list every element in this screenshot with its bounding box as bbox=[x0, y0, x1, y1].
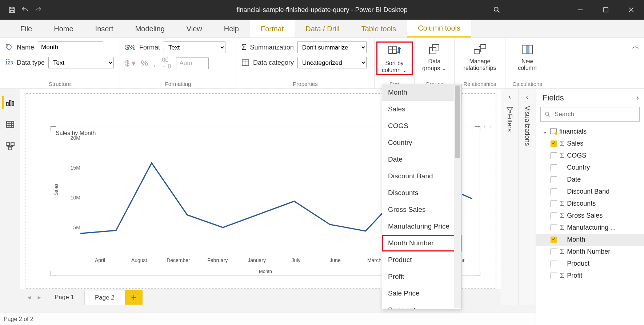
save-icon[interactable] bbox=[7, 4, 17, 15]
collapse-ribbon-icon[interactable]: ︿ bbox=[632, 41, 640, 52]
sort-menu-item[interactable]: Segment bbox=[382, 302, 461, 309]
report-view-button[interactable] bbox=[2, 96, 15, 109]
sort-menu-item[interactable]: Country bbox=[382, 134, 461, 151]
checkbox[interactable] bbox=[551, 213, 557, 219]
close-button[interactable] bbox=[619, 0, 644, 20]
undo-icon[interactable] bbox=[20, 4, 31, 15]
sort-menu-item[interactable]: Gross Sales bbox=[382, 201, 461, 218]
tab-tabletools[interactable]: Table tools bbox=[351, 20, 407, 37]
field-item[interactable]: ΣProfit bbox=[536, 270, 644, 282]
sort-menu-item[interactable]: Sales bbox=[382, 101, 461, 118]
decimals-btn[interactable]: .00→.0 bbox=[160, 57, 171, 70]
tab-datadrill[interactable]: Data / Drill bbox=[295, 20, 350, 37]
model-view-button[interactable] bbox=[4, 140, 17, 153]
manage-relationships-button[interactable]: Managerelationships bbox=[460, 41, 500, 71]
fields-search[interactable] bbox=[540, 107, 640, 122]
field-item[interactable]: ΣProduct bbox=[536, 258, 644, 270]
resize-handle-icon[interactable] bbox=[475, 126, 480, 131]
sort-menu-item[interactable]: Sale Price bbox=[382, 285, 461, 302]
checkbox[interactable] bbox=[551, 152, 557, 159]
name-input[interactable] bbox=[38, 41, 103, 53]
field-label: Product bbox=[567, 260, 589, 267]
field-item[interactable]: ΣMonth bbox=[536, 234, 644, 246]
table-name: financials bbox=[559, 128, 587, 135]
filters-pane-collapsed[interactable]: ‹ Filters bbox=[501, 89, 518, 305]
sort-menu-item[interactable]: Manufacturing Price bbox=[382, 218, 461, 235]
chevron-down-icon[interactable]: ⌄ bbox=[542, 127, 548, 135]
checkbox[interactable] bbox=[551, 201, 557, 207]
summarization-label: Summarization bbox=[250, 44, 294, 51]
thousands-btn[interactable]: , bbox=[153, 59, 155, 68]
minimize-button[interactable] bbox=[568, 0, 593, 20]
tab-columntools[interactable]: Column tools bbox=[407, 20, 471, 37]
checkbox[interactable] bbox=[551, 249, 557, 255]
chevron-right-icon[interactable]: › bbox=[636, 93, 639, 103]
fields-search-input[interactable] bbox=[555, 111, 636, 118]
sort-menu-item[interactable]: Discount Band bbox=[382, 168, 461, 185]
sort-menu-item[interactable]: Profit bbox=[382, 268, 461, 285]
checkbox[interactable] bbox=[551, 177, 557, 183]
chevron-left-icon[interactable]: ‹ bbox=[508, 92, 511, 101]
tab-file[interactable]: File bbox=[9, 20, 43, 37]
new-column-button[interactable]: Newcolumn bbox=[511, 41, 544, 71]
checkbox[interactable] bbox=[551, 140, 557, 147]
resize-handle-icon[interactable] bbox=[51, 126, 56, 131]
sort-menu-item[interactable]: Date bbox=[382, 151, 461, 168]
format-label: Format bbox=[139, 44, 160, 51]
category-select[interactable]: Uncategorized bbox=[297, 57, 367, 68]
field-item[interactable]: ΣManufacturing ... bbox=[536, 222, 644, 234]
maximize-button[interactable] bbox=[593, 0, 619, 20]
checkbox[interactable] bbox=[551, 237, 557, 243]
page-tab-2[interactable]: Page 2 bbox=[84, 290, 125, 305]
search-icon[interactable] bbox=[484, 0, 509, 20]
redo-icon[interactable] bbox=[33, 4, 44, 15]
data-view-button[interactable] bbox=[4, 118, 17, 131]
currency-btn[interactable]: $ ▾ bbox=[125, 59, 136, 68]
resize-handle-icon[interactable] bbox=[475, 271, 480, 276]
field-item[interactable]: ΣCOGS bbox=[536, 150, 644, 162]
chevron-left-icon[interactable]: ‹ bbox=[526, 92, 528, 101]
checkbox[interactable] bbox=[551, 273, 557, 279]
scrollbar[interactable] bbox=[454, 85, 461, 308]
add-page-button[interactable]: + bbox=[125, 290, 143, 305]
field-item[interactable]: ΣMonth Number bbox=[536, 246, 644, 258]
sort-menu-item[interactable]: Month Number bbox=[382, 235, 461, 251]
svg-rect-26 bbox=[11, 143, 14, 146]
checkbox[interactable] bbox=[551, 261, 557, 267]
page-prev-icon[interactable]: ◄ bbox=[24, 294, 34, 300]
field-item[interactable]: ΣCountry bbox=[536, 162, 644, 174]
field-label: Sales bbox=[567, 140, 583, 147]
percent-btn[interactable]: % bbox=[141, 59, 148, 68]
summarization-select[interactable]: Don't summarize bbox=[297, 41, 367, 53]
page-next-icon[interactable]: ► bbox=[34, 294, 44, 300]
visualizations-pane-collapsed[interactable]: ‹ Visualizations bbox=[518, 89, 536, 305]
tab-format[interactable]: Format bbox=[250, 20, 295, 37]
tab-view[interactable]: View bbox=[176, 20, 213, 37]
group-calc-label: Calculations bbox=[511, 80, 544, 87]
resize-handle-icon[interactable] bbox=[51, 271, 56, 276]
group-properties-label: Properties bbox=[241, 80, 369, 87]
tab-help[interactable]: Help bbox=[213, 20, 250, 37]
tab-modeling[interactable]: Modeling bbox=[124, 20, 176, 37]
checkbox[interactable] bbox=[551, 225, 557, 231]
sort-menu-item[interactable]: Product bbox=[382, 251, 461, 268]
data-groups-button[interactable]: Datagroups ⌄ bbox=[420, 41, 449, 72]
sort-menu-item[interactable]: Discounts bbox=[382, 185, 461, 201]
sort-by-column-button[interactable]: Sort bycolumn ⌄ bbox=[378, 43, 411, 74]
field-item[interactable]: ΣGross Sales bbox=[536, 210, 644, 222]
sort-menu-item[interactable]: COGS bbox=[382, 118, 461, 134]
checkbox[interactable] bbox=[551, 165, 557, 171]
field-item[interactable]: ΣSales bbox=[536, 138, 644, 150]
format-select[interactable]: Text bbox=[164, 41, 225, 53]
checkbox[interactable] bbox=[551, 189, 557, 195]
datatype-select[interactable]: Text bbox=[48, 57, 114, 68]
field-item[interactable]: ΣDiscounts bbox=[536, 198, 644, 210]
fields-table-row[interactable]: ⌄ financials bbox=[536, 125, 644, 138]
page-tab-1[interactable]: Page 1 bbox=[44, 290, 84, 305]
category-icon bbox=[241, 59, 249, 67]
tab-insert[interactable]: Insert bbox=[84, 20, 124, 37]
field-item[interactable]: ΣDate bbox=[536, 174, 644, 186]
field-item[interactable]: ΣDiscount Band bbox=[536, 186, 644, 198]
sort-menu-item[interactable]: Month bbox=[382, 84, 461, 101]
tab-home[interactable]: Home bbox=[43, 20, 84, 37]
